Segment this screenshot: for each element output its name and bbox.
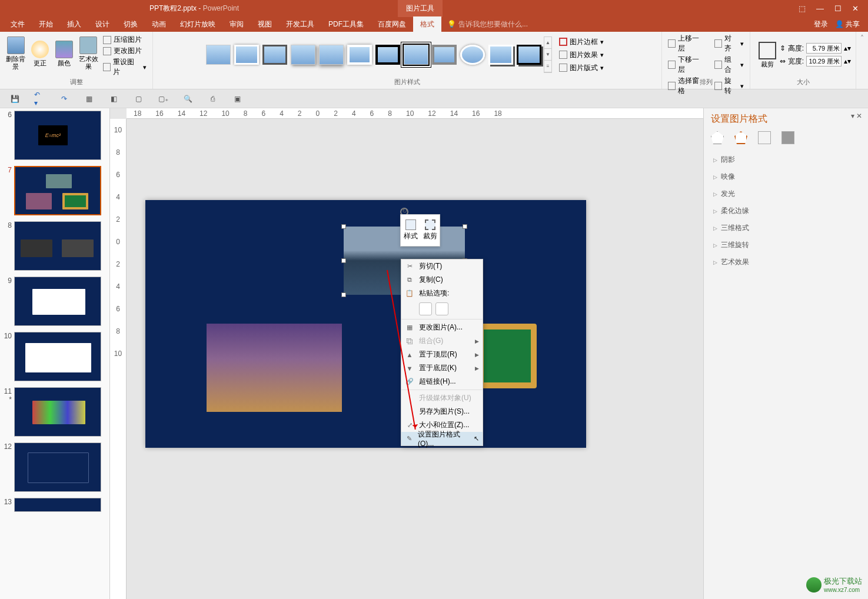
slide-image[interactable] [207, 324, 342, 412]
tell-me-search[interactable]: 💡告诉我您想要做什么... [447, 19, 528, 29]
style-thumb[interactable] [404, 45, 428, 65]
section-softedges[interactable]: 柔化边缘 [711, 202, 861, 219]
tab-file[interactable]: 文件 [4, 16, 32, 32]
tab-review[interactable]: 审阅 [222, 16, 251, 32]
mini-crop-button[interactable]: 裁剪 [420, 215, 440, 246]
bring-forward-button[interactable]: 上移一层 [666, 33, 707, 54]
fill-tab-icon[interactable] [711, 131, 724, 144]
picture-effects-button[interactable]: 图片效果 ▾ [557, 49, 606, 61]
style-thumb[interactable] [206, 45, 231, 65]
paste-option[interactable] [435, 302, 448, 315]
style-thumb[interactable] [460, 45, 485, 65]
style-thumb[interactable] [488, 45, 513, 65]
collapse-ribbon-icon[interactable]: ˄ [856, 32, 868, 89]
style-thumb[interactable] [234, 45, 259, 65]
paste-option[interactable] [419, 302, 432, 315]
from-beginning-button[interactable]: ▢ [133, 94, 144, 104]
section-shadow[interactable]: 阴影 [711, 151, 861, 168]
menu-change-picture[interactable]: ▦更改图片(A)... [401, 321, 483, 334]
picture-tab-icon[interactable] [781, 131, 794, 144]
qat-button[interactable]: ⎙ [207, 94, 218, 104]
menu-cut[interactable]: ✂剪切(T) [401, 259, 483, 273]
menu-send-back[interactable]: ▼置于底层(K)▶ [401, 361, 483, 375]
slide-thumb-7[interactable] [14, 166, 101, 215]
menu-copy[interactable]: ⧉复制(C) [401, 273, 483, 287]
qat-button[interactable]: ▦ [84, 94, 94, 104]
reset-picture-button[interactable]: 重设图片 ▾ [101, 56, 149, 78]
spinner-icon[interactable]: ▴▾ [844, 44, 851, 52]
close-button[interactable]: ✕ [852, 4, 859, 13]
tab-view[interactable]: 视图 [251, 16, 279, 32]
spinner-icon[interactable]: ▴▾ [844, 57, 851, 65]
qat-button[interactable]: ◧ [108, 94, 119, 104]
resize-handle[interactable] [341, 224, 346, 229]
section-3dformat[interactable]: 三维格式 [711, 219, 861, 237]
tab-transition[interactable]: 切换 [117, 16, 145, 32]
height-input[interactable] [806, 43, 842, 54]
qat-button[interactable]: ▣ [232, 94, 242, 104]
slide-thumb-11[interactable] [14, 387, 101, 437]
tab-insert[interactable]: 插入 [60, 16, 88, 32]
compress-pictures-button[interactable]: 压缩图片 [101, 34, 149, 45]
tab-design[interactable]: 设计 [88, 16, 117, 32]
share-button[interactable]: 👤 共享 [835, 19, 860, 29]
style-thumb-selected[interactable] [375, 45, 400, 65]
save-button[interactable]: 💾 [9, 94, 20, 104]
align-button[interactable]: 对齐 ▾ [712, 33, 746, 54]
pane-close-button[interactable]: ▾ ✕ [851, 112, 862, 120]
slide-thumb-8[interactable] [14, 221, 101, 271]
group-button[interactable]: 组合 ▾ [712, 54, 746, 75]
slide-canvas-area[interactable]: 18161412108642024681012141618 1086420246… [110, 108, 703, 599]
send-backward-button[interactable]: 下移一层 [666, 54, 707, 75]
picture-styles-gallery[interactable] [204, 34, 544, 75]
resize-handle[interactable] [463, 224, 467, 229]
style-thumb[interactable] [319, 45, 344, 65]
style-thumb[interactable] [432, 45, 457, 65]
slide-thumbnails-panel[interactable]: 6E=mc² 7 8 9 10 11* 12 13 [0, 108, 110, 599]
undo-button[interactable]: ↶ ▾ [34, 94, 45, 104]
style-thumb[interactable] [262, 45, 287, 65]
crop-button[interactable]: 裁剪 [755, 34, 780, 75]
section-artistic[interactable]: 艺术效果 [711, 254, 861, 271]
menu-group[interactable]: ⿻组合(G)▶ [401, 334, 483, 348]
picture-border-button[interactable]: 图片边框 ▾ [557, 36, 606, 48]
slide-thumb-6[interactable]: E=mc² [14, 111, 101, 160]
redo-button[interactable]: ↷ [59, 94, 69, 104]
slide-thumb-9[interactable] [14, 277, 101, 326]
section-3drotation[interactable]: 三维旋转 [711, 237, 861, 254]
style-thumb[interactable] [291, 45, 315, 65]
gallery-scroll[interactable]: ▲▼≡ [544, 36, 552, 73]
tab-format[interactable]: 格式 [413, 16, 441, 32]
menu-hyperlink[interactable]: 🔗超链接(H)... [401, 375, 483, 388]
tab-developer[interactable]: 开发工具 [279, 16, 321, 32]
mini-style-button[interactable]: 样式 [401, 215, 420, 246]
slide-thumb-10[interactable] [14, 332, 101, 381]
color-button[interactable]: 颜色 [52, 33, 76, 74]
section-reflection[interactable]: 映像 [711, 168, 861, 185]
section-glow[interactable]: 发光 [711, 185, 861, 202]
tab-home[interactable]: 开始 [32, 16, 60, 32]
slide-image[interactable] [478, 324, 537, 388]
style-thumb[interactable] [517, 45, 541, 65]
corrections-button[interactable]: 更正 [28, 33, 52, 74]
from-current-button[interactable]: ▢₊ [158, 94, 168, 104]
remove-background-button[interactable]: 删除背景 [4, 33, 28, 74]
qat-button[interactable]: 🔍 [182, 94, 193, 104]
resize-handle[interactable] [341, 258, 346, 263]
width-input[interactable] [806, 56, 842, 66]
menu-bring-front[interactable]: ▲置于顶层(R)▶ [401, 348, 483, 361]
menu-format-picture[interactable]: ✎设置图片格式(O)...↖ [401, 432, 483, 445]
resize-handle[interactable] [341, 292, 346, 297]
tab-pdftools[interactable]: PDF工具集 [321, 16, 371, 32]
style-thumb[interactable] [347, 45, 372, 65]
login-link[interactable]: 登录 [814, 19, 828, 29]
ribbon-options-icon[interactable]: ⬚ [799, 4, 806, 13]
effects-tab-icon[interactable] [734, 131, 747, 144]
artistic-effects-button[interactable]: 艺术效果 [77, 33, 101, 74]
size-tab-icon[interactable] [758, 131, 771, 144]
picture-layout-button[interactable]: 图片版式 ▾ [557, 62, 606, 74]
tab-slideshow[interactable]: 幻灯片放映 [173, 16, 222, 32]
maximize-button[interactable]: ☐ [834, 4, 842, 13]
tab-animation[interactable]: 动画 [145, 16, 173, 32]
slide-thumb-13[interactable] [14, 498, 101, 512]
